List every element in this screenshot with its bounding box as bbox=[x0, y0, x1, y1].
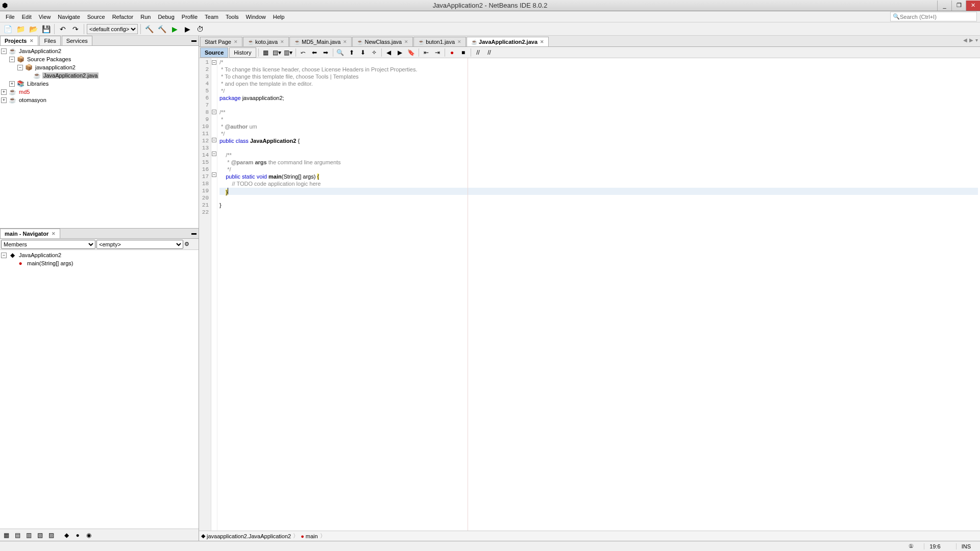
editor-tool-icon[interactable]: ▥▾ bbox=[283, 48, 293, 57]
breadcrumb-method[interactable]: ●main bbox=[301, 533, 318, 539]
toggle-highlight-icon[interactable]: ✧ bbox=[369, 48, 379, 57]
close-icon[interactable]: ✕ bbox=[343, 39, 347, 44]
tab-projects[interactable]: Projects✕ bbox=[0, 36, 38, 45]
history-view-tab[interactable]: History bbox=[229, 47, 256, 58]
collapse-icon[interactable]: − bbox=[17, 65, 23, 70]
filter-icon[interactable]: ▦ bbox=[1, 530, 11, 540]
menu-navigate[interactable]: Navigate bbox=[54, 13, 83, 21]
filter-icon[interactable]: ▨ bbox=[46, 530, 56, 540]
members-view-select[interactable]: Members bbox=[1, 240, 95, 249]
profile-button[interactable]: ⏱ bbox=[194, 23, 206, 35]
package-node[interactable]: javaapplication2 bbox=[34, 64, 77, 70]
tab-koto[interactable]: ☕koto.java✕ bbox=[243, 37, 289, 46]
menu-view[interactable]: View bbox=[35, 13, 55, 21]
collapse-icon[interactable]: − bbox=[1, 48, 7, 54]
uncomment-icon[interactable]: // bbox=[484, 48, 495, 57]
expand-icon[interactable]: + bbox=[1, 97, 7, 103]
search-input[interactable] bbox=[900, 14, 974, 20]
menu-run[interactable]: Run bbox=[137, 13, 154, 21]
class-node[interactable]: JavaApplication2 bbox=[18, 252, 62, 258]
forward-icon[interactable]: ➡ bbox=[321, 48, 331, 57]
filter-icon[interactable]: ● bbox=[72, 530, 83, 540]
start-macro-icon[interactable]: ● bbox=[447, 48, 457, 57]
menu-window[interactable]: Window bbox=[242, 13, 270, 21]
close-icon[interactable]: ✕ bbox=[540, 39, 544, 44]
stop-macro-icon[interactable]: ■ bbox=[458, 48, 469, 57]
shift-left-icon[interactable]: ⇤ bbox=[421, 48, 431, 57]
filter-icon[interactable]: ⚙ bbox=[184, 241, 189, 247]
close-icon[interactable]: ✕ bbox=[52, 231, 56, 236]
breadcrumb-class[interactable]: ◆javaapplication2.JavaApplication2 bbox=[201, 533, 291, 539]
find-next-icon[interactable]: ⬇ bbox=[358, 48, 368, 57]
projects-tree[interactable]: −☕JavaApplication2 −📦Source Packages −📦j… bbox=[0, 46, 199, 229]
filter-select[interactable]: <empty> bbox=[96, 240, 183, 249]
tab-newclass[interactable]: ☕NewClass.java✕ bbox=[352, 37, 413, 46]
tab-files[interactable]: Files bbox=[39, 36, 60, 45]
close-icon[interactable]: ✕ bbox=[30, 38, 34, 43]
minimize-panel-icon[interactable]: ▬ bbox=[191, 37, 197, 43]
save-all-button[interactable]: 💾 bbox=[40, 23, 52, 35]
menu-help[interactable]: Help bbox=[270, 13, 288, 21]
menu-edit[interactable]: Edit bbox=[18, 13, 35, 21]
tab-buton1[interactable]: ☕buton1.java✕ bbox=[413, 37, 466, 46]
back-icon[interactable]: ⬅ bbox=[309, 48, 320, 57]
project-node[interactable]: JavaApplication2 bbox=[18, 48, 62, 54]
find-prev-icon[interactable]: ⬆ bbox=[347, 48, 357, 57]
filter-icon[interactable]: ▧ bbox=[35, 530, 45, 540]
menu-source[interactable]: Source bbox=[84, 13, 109, 21]
close-icon[interactable]: ✕ bbox=[457, 39, 461, 44]
minimize-panel-icon[interactable]: ▬ bbox=[191, 230, 197, 236]
redo-button[interactable]: ↷ bbox=[70, 23, 81, 35]
libraries-node[interactable]: Libraries bbox=[26, 81, 50, 87]
quick-search[interactable]: 🔍 bbox=[890, 12, 977, 21]
code-editor[interactable]: 12345678910111213141516171819202122 − − … bbox=[199, 58, 980, 531]
collapse-icon[interactable]: − bbox=[9, 57, 15, 62]
new-project-button[interactable]: 📁 bbox=[15, 23, 26, 35]
menu-debug[interactable]: Debug bbox=[154, 13, 178, 21]
run-button[interactable]: ▶ bbox=[169, 23, 180, 35]
open-button[interactable]: 📂 bbox=[28, 23, 39, 35]
build-button[interactable]: 🔨 bbox=[143, 23, 155, 35]
navigator-tree[interactable]: −◆JavaApplication2 ●main(String[] args) bbox=[0, 250, 199, 529]
next-bookmark-icon[interactable]: ▶ bbox=[395, 48, 405, 57]
tab-start-page[interactable]: Start Page✕ bbox=[200, 37, 242, 46]
close-button[interactable]: ✕ bbox=[966, 1, 980, 11]
tab-javaapplication2[interactable]: ☕JavaApplication2.java✕ bbox=[467, 37, 549, 46]
clean-build-button[interactable]: 🔨 bbox=[156, 23, 167, 35]
minimize-button[interactable]: _ bbox=[937, 1, 951, 11]
source-packages-node[interactable]: Source Packages bbox=[26, 56, 72, 62]
last-edit-icon[interactable]: ⤺ bbox=[298, 48, 308, 57]
new-file-button[interactable]: 📄 bbox=[2, 23, 13, 35]
maximize-button[interactable]: ❐ bbox=[951, 1, 966, 11]
editor-tool-icon[interactable]: ▤▾ bbox=[272, 48, 282, 57]
expand-icon[interactable]: + bbox=[9, 81, 15, 87]
editor-tool-icon[interactable]: ▦ bbox=[261, 48, 271, 57]
expand-icon[interactable]: + bbox=[1, 89, 7, 95]
notifications-icon[interactable]: ① bbox=[909, 543, 914, 549]
close-icon[interactable]: ✕ bbox=[404, 39, 408, 44]
collapse-icon[interactable]: − bbox=[1, 253, 7, 258]
menu-tools[interactable]: Tools bbox=[222, 13, 242, 21]
comment-icon[interactable]: // bbox=[473, 48, 483, 57]
debug-button[interactable]: ▶ bbox=[182, 23, 193, 35]
find-selection-icon[interactable]: 🔍 bbox=[335, 48, 346, 57]
tab-md5-main[interactable]: ☕MD5_Main.java✕ bbox=[289, 37, 352, 46]
menu-file[interactable]: File bbox=[2, 13, 18, 21]
toggle-bookmark-icon[interactable]: 🔖 bbox=[406, 48, 416, 57]
menu-team[interactable]: Team bbox=[201, 13, 222, 21]
menu-refactor[interactable]: Refactor bbox=[109, 13, 137, 21]
config-select[interactable]: <default config> bbox=[87, 24, 138, 34]
project-node-otomasyon[interactable]: otomasyon bbox=[18, 97, 47, 103]
filter-icon[interactable]: ▤ bbox=[12, 530, 22, 540]
menu-profile[interactable]: Profile bbox=[178, 13, 201, 21]
source-view-tab[interactable]: Source bbox=[200, 47, 228, 58]
insert-mode[interactable]: INS bbox=[956, 543, 976, 549]
method-node[interactable]: main(String[] args) bbox=[26, 260, 74, 266]
filter-icon[interactable]: ◆ bbox=[61, 530, 71, 540]
tab-list-icon[interactable]: ▾ bbox=[975, 37, 978, 43]
undo-button[interactable]: ↶ bbox=[57, 23, 68, 35]
filter-icon[interactable]: ▥ bbox=[23, 530, 34, 540]
fold-gutter[interactable]: − − − − − bbox=[211, 58, 217, 531]
code-content[interactable]: /* * To change this license header, choo… bbox=[217, 58, 980, 531]
tab-services[interactable]: Services bbox=[62, 36, 92, 45]
